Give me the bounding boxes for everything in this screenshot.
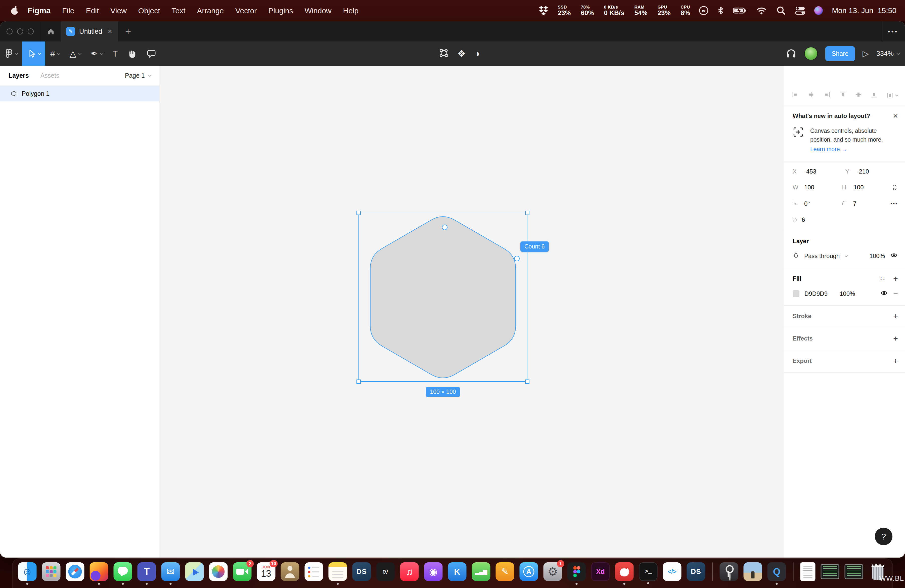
stat-item[interactable]: SSD23% xyxy=(557,5,571,16)
dock-photo-utility[interactable] xyxy=(744,563,762,581)
dock-maps[interactable] xyxy=(185,563,204,581)
dropbox-icon[interactable] xyxy=(538,6,549,16)
page-selector[interactable]: Page 1 xyxy=(125,72,151,79)
pen-tool-button[interactable]: ✒ xyxy=(86,41,108,66)
dock-finder[interactable]: ☺ xyxy=(18,563,37,581)
tab-assets[interactable]: Assets xyxy=(40,72,59,79)
stat-item[interactable]: CPU8% xyxy=(681,5,690,16)
text-tool-button[interactable]: T xyxy=(108,41,123,66)
dock-apple-tv[interactable]: tv xyxy=(376,563,395,581)
zoom-window-button[interactable] xyxy=(28,29,34,35)
align-vertical-center-icon[interactable] xyxy=(855,91,862,100)
stat-item[interactable]: RAM54% xyxy=(634,5,647,16)
align-left-icon[interactable] xyxy=(792,91,799,100)
dock-notes[interactable] xyxy=(329,563,347,581)
spotlight-icon[interactable] xyxy=(776,6,786,16)
dock-quicktime[interactable]: Q xyxy=(767,563,786,581)
dock-terminal-window-2[interactable] xyxy=(845,564,863,579)
independent-corners-menu[interactable]: ••• xyxy=(891,201,898,207)
audio-headphones-icon[interactable] xyxy=(786,48,797,60)
fill-color-swatch[interactable] xyxy=(792,290,799,297)
edit-object-icon[interactable] xyxy=(439,48,449,59)
stat-item[interactable]: 0 KB/s0 KB/s xyxy=(604,5,624,16)
menu-text[interactable]: Text xyxy=(172,6,186,15)
siri-icon[interactable] xyxy=(814,6,823,15)
y-position-field[interactable]: -210 xyxy=(857,168,869,175)
creative-cloud-icon[interactable]: ∞ xyxy=(699,6,708,15)
close-tab-icon[interactable]: × xyxy=(106,27,113,36)
height-field[interactable]: 100 xyxy=(854,184,864,191)
user-avatar[interactable] xyxy=(804,47,818,60)
canvas[interactable]: Count 6 100 × 100 xyxy=(159,66,784,558)
fill-hex-field[interactable]: D9D9D9 xyxy=(805,290,835,297)
dock-ds-app-2[interactable]: DS xyxy=(687,563,705,581)
corner-radius-handle[interactable] xyxy=(442,224,448,230)
dock-vscode[interactable]: </> xyxy=(663,563,681,581)
resize-handle-top-right[interactable] xyxy=(525,211,529,215)
align-right-icon[interactable] xyxy=(823,91,830,100)
menu-arrange[interactable]: Arrange xyxy=(197,6,224,15)
home-button[interactable] xyxy=(40,21,61,41)
polygon-shape[interactable] xyxy=(359,213,527,381)
new-tab-button[interactable]: + xyxy=(118,21,138,41)
minimize-window-button[interactable] xyxy=(17,29,23,35)
fill-styles-icon[interactable]: ∷ xyxy=(880,275,884,282)
dock-system-preferences[interactable]: 1 ⚙ xyxy=(543,563,562,581)
component-icon[interactable]: ❖ xyxy=(457,48,466,59)
move-tool-button[interactable] xyxy=(22,41,45,66)
distribute-menu[interactable] xyxy=(886,92,897,99)
dock-figma[interactable] xyxy=(567,563,586,581)
constrain-proportions-toggle[interactable] xyxy=(891,184,898,191)
comment-tool-button[interactable] xyxy=(142,41,161,66)
menu-file[interactable]: File xyxy=(62,6,74,15)
mask-icon[interactable]: ◑ xyxy=(475,48,480,59)
tab-untitled[interactable]: ✎ Untitled × xyxy=(61,21,118,41)
x-position-field[interactable]: -453 xyxy=(804,168,816,175)
dock-mail[interactable]: ✉ xyxy=(161,563,180,581)
remove-fill-button[interactable]: − xyxy=(893,290,898,298)
shape-tool-button[interactable]: △ xyxy=(65,41,86,66)
menu-vector[interactable]: Vector xyxy=(235,6,257,15)
zoom-level-control[interactable]: 334% xyxy=(876,50,899,57)
resize-handle-bottom-right[interactable] xyxy=(525,380,529,384)
menu-object[interactable]: Object xyxy=(138,6,160,15)
layer-visibility-eye-icon[interactable] xyxy=(890,252,898,260)
dock-keychain[interactable] xyxy=(720,563,738,581)
wifi-icon[interactable] xyxy=(756,6,767,16)
menu-app-name[interactable]: Figma xyxy=(28,6,51,15)
dock-red-cat-app[interactable] xyxy=(615,563,634,581)
close-window-button[interactable] xyxy=(6,29,13,35)
apple-menu-icon[interactable] xyxy=(10,5,20,16)
add-effect-button[interactable]: + xyxy=(893,334,898,343)
fill-opacity-field[interactable]: 100% xyxy=(840,290,862,297)
dock-facetime[interactable]: 2 xyxy=(233,563,252,581)
dock-teams[interactable]: T xyxy=(138,563,156,581)
window-overflow-menu[interactable]: ••• xyxy=(881,21,905,41)
share-button[interactable]: Share xyxy=(825,46,855,61)
dock-keynote[interactable]: K xyxy=(448,563,467,581)
learn-more-link[interactable]: Learn more → xyxy=(810,145,847,154)
dock-contacts[interactable] xyxy=(281,563,299,581)
align-top-icon[interactable] xyxy=(839,91,846,100)
dock-launchpad[interactable] xyxy=(42,563,60,581)
main-menu-button[interactable] xyxy=(0,41,22,66)
dock-terminal[interactable]: >_ xyxy=(639,563,657,581)
fill-visibility-eye-icon[interactable] xyxy=(880,290,888,298)
stat-item[interactable]: GPU23% xyxy=(657,5,671,16)
dock-firefox[interactable] xyxy=(90,563,108,581)
dock-podcasts[interactable]: ◉ xyxy=(424,563,443,581)
dock-divider-1[interactable] xyxy=(712,563,713,581)
dock-calendar[interactable]: 10 JUN 13 xyxy=(257,563,276,581)
dock-app-store[interactable]: A xyxy=(520,563,538,581)
hand-tool-button[interactable] xyxy=(123,41,142,66)
blend-mode-select[interactable]: Pass through xyxy=(804,253,840,259)
dock-messages[interactable] xyxy=(114,563,132,581)
align-bottom-icon[interactable] xyxy=(870,91,878,100)
dock-divider-2[interactable] xyxy=(793,563,794,581)
dock-adobe-xd[interactable]: Xd xyxy=(591,563,610,581)
add-stroke-button[interactable]: + xyxy=(893,312,898,320)
tab-layers[interactable]: Layers xyxy=(8,72,29,79)
polygon-count-field[interactable]: 6 xyxy=(802,216,805,223)
menu-window[interactable]: Window xyxy=(305,6,332,15)
menu-view[interactable]: View xyxy=(110,6,127,15)
